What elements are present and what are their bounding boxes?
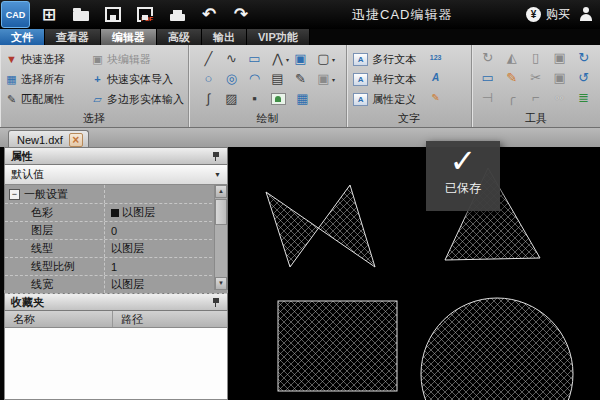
scroll-down-icon[interactable]: ▼ [215,277,227,290]
chamfer-icon[interactable]: ⌐ [524,89,548,109]
menu-tab-output[interactable]: 输出 [202,29,247,45]
left-panel: 属性 默认值 ▼ −一般设置 色彩 以图层 图层 0 [0,147,228,400]
dropdown-icon[interactable]: ▾ [332,76,335,83]
funnel-icon: ▼ [4,53,19,65]
redo-button[interactable]: ↷ [228,2,254,27]
arc-icon[interactable]: ◠ [243,70,266,88]
quick-select-button[interactable]: ▼快速选择 [4,49,90,69]
group-label-text: 文字 [347,111,470,126]
edit-text-icon[interactable]: ✎ [427,89,445,109]
save-icon [105,7,121,22]
collapse-icon[interactable]: − [9,189,20,200]
undo-button[interactable]: ↶ [196,2,222,27]
print-button[interactable] [164,2,190,27]
line-icon[interactable]: ╱ [197,50,220,68]
scroll-up-icon[interactable]: ▲ [215,185,227,198]
save-button[interactable] [100,2,126,27]
save-pdf-button[interactable]: PDF [132,2,158,27]
shape-bowtie[interactable] [266,185,375,267]
donut-icon[interactable]: ◎ [220,70,243,88]
shape-rectangle[interactable] [278,301,397,391]
shape-circle[interactable] [421,298,573,400]
favorites-column-path[interactable]: 路径 [113,312,143,327]
rotate-back-icon[interactable]: ↺ [572,69,596,89]
polygon-entity-input-button[interactable]: ▱多边形实体输入 [90,89,190,109]
viewport-icon[interactable]: ▭ [476,69,500,89]
chevron-down-icon: ▼ [214,171,221,178]
color-swatch [111,209,119,217]
copy-icon[interactable]: ▣ [548,49,572,69]
currency-icon: ¥ [526,7,541,22]
group-spheres-icon[interactable]: ◦◦ [548,89,572,109]
rotate-icon[interactable]: ↻ [476,49,500,69]
rotate-copy-icon[interactable]: ↻ [572,49,596,69]
property-group-row[interactable]: −一般设置 [5,185,227,204]
array-icon[interactable]: ▣ [548,69,572,89]
account-icon[interactable] [578,7,594,22]
properties-scrollbar[interactable]: ▲ ▼ [214,185,227,290]
multiline-text-button[interactable]: A多行文本 [353,49,470,69]
dropdown-icon[interactable]: ▾ [332,56,335,63]
document-tab[interactable]: New1.dxf × [8,130,89,148]
menu-tab-file[interactable]: 文件 [0,29,45,45]
image-icon[interactable] [271,93,286,105]
property-row-linetype-scale[interactable]: 线型比例 1 [5,258,227,276]
block-editor-button: ▣块编辑器 [90,49,190,69]
property-row-color[interactable]: 色彩 以图层 [5,204,227,222]
sketch-icon[interactable]: ∿ [220,50,243,68]
pin-icon[interactable] [212,297,221,308]
menu-tab-viewer[interactable]: 查看器 [45,29,101,45]
select-all-button[interactable]: ▦选择所有 [4,69,90,89]
circle-icon[interactable]: ○ [197,70,220,88]
menu-tab-editor[interactable]: 编辑器 [101,29,157,45]
text-block-icon[interactable]: ▤ [266,70,289,88]
close-tab-icon[interactable]: × [69,133,83,147]
rectangle-icon[interactable]: ▭ [243,50,266,68]
property-row-lineweight[interactable]: 线宽 以图层 [5,276,227,294]
insert-block-icon[interactable]: ▣ [289,50,312,68]
check-icon: ✓ [426,143,500,179]
match-properties-button[interactable]: ✎匹配属性 [4,89,90,109]
preset-dropdown[interactable]: 默认值 ▼ [4,165,228,185]
singleline-text-button[interactable]: A单行文本 [353,69,470,89]
drawing-canvas[interactable] [228,147,600,400]
block-editor-icon: ▣ [90,53,105,66]
layers-icon[interactable]: ≣ [572,89,596,109]
pen-icon[interactable]: ✎ [289,70,312,88]
polygon-icon: ▱ [90,93,105,106]
open-file-button[interactable] [68,2,94,27]
property-row-linetype[interactable]: 线型 以图层 [5,240,227,258]
quick-entity-import-button[interactable]: +快速实体导入 [90,69,190,89]
trim-icon[interactable]: ✂ [524,69,548,89]
buy-button[interactable]: 购买 [546,6,570,23]
annotate-icon[interactable]: ✎ [500,69,524,89]
join-icon[interactable]: ⊣ [476,89,500,109]
save-notification-text: 已保存 [426,180,500,197]
menu-tab-vip[interactable]: VIP功能 [247,29,310,45]
hatch-icon[interactable]: ▨ [220,90,243,108]
new-file-button[interactable]: ⊞ [36,2,62,27]
spline-icon[interactable]: ∫ [197,90,220,108]
attribute-define-button[interactable]: A属性定义 [353,89,470,109]
favorites-column-name[interactable]: 名称 [5,311,113,327]
spellcheck-icon[interactable]: A [427,69,445,89]
menu-tab-advanced[interactable]: 高级 [157,29,202,45]
favorites-list[interactable] [4,328,228,400]
app-window: CAD ⊞ PDF ↶ ↷ 迅捷CAD编辑器 ¥ 购买 文件 查看器 编辑器 高… [0,0,600,400]
printer-icon [170,14,185,21]
offset-icon[interactable]: ▯ [524,49,548,69]
pin-icon[interactable] [212,151,221,162]
fillet-icon[interactable]: ╭ [500,89,524,109]
open-folder-icon [73,11,89,21]
properties-panel-header: 属性 [4,147,228,165]
numbering-icon[interactable]: 123 [427,49,445,69]
menu-bar: 文件 查看器 编辑器 高级 输出 VIP功能 [0,29,600,45]
app-logo-icon[interactable]: CAD [1,1,30,28]
preset-value: 默认值 [11,167,44,182]
point-icon[interactable]: ▪ [243,90,266,108]
scrollbar-thumb[interactable] [215,199,227,225]
table-icon[interactable]: ▦ [291,90,314,108]
group-label-tools: 工具 [472,111,600,126]
mirror-icon[interactable]: ◭ [500,49,524,69]
property-row-layer[interactable]: 图层 0 [5,222,227,240]
